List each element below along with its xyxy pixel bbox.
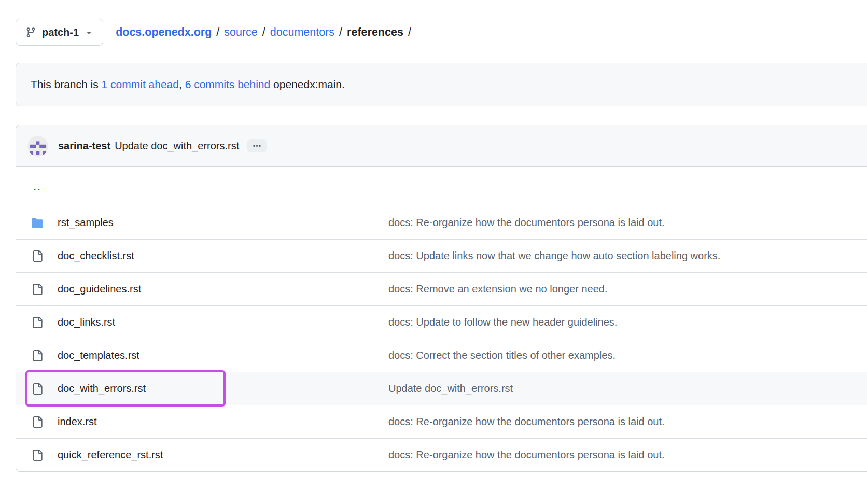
row-commit-message-link[interactable]: docs: Re-organize how the documentors pe… xyxy=(388,416,665,427)
file-icon xyxy=(32,350,43,361)
commits-behind-link[interactable]: 6 commits behind xyxy=(185,78,271,90)
latest-commit-header: sarina-test Update doc_with_errors.rst xyxy=(16,125,867,167)
file-browser-panel: sarina-test Update doc_with_errors.rst .… xyxy=(16,125,867,472)
file-row[interactable]: doc_guidelines.rst docs: Remove an exten… xyxy=(16,272,867,305)
breadcrumb-separator: / xyxy=(339,26,342,39)
file-icon xyxy=(32,416,43,428)
breadcrumb-link-source[interactable]: source xyxy=(224,26,258,39)
row-commit-message-link[interactable]: docs: Correct the section titles of othe… xyxy=(388,349,616,361)
branch-name-label: patch-1 xyxy=(42,26,79,38)
repo-header-bar: patch-1 docs.openedx.org / source / docu… xyxy=(16,19,867,46)
commit-more-options-button[interactable] xyxy=(247,139,267,152)
breadcrumb-separator: / xyxy=(262,26,265,39)
chevron-down-icon xyxy=(85,28,93,37)
breadcrumb-separator: / xyxy=(408,26,411,39)
file-name-link[interactable]: doc_with_errors.rst xyxy=(58,383,146,394)
file-name-link[interactable]: rst_samples xyxy=(58,217,114,228)
row-commit-message-link[interactable]: docs: Re-organize how the documentors pe… xyxy=(388,217,665,228)
breadcrumb-link-documentors[interactable]: documentors xyxy=(270,26,334,39)
row-commit-message-link[interactable]: docs: Update links now that we change ho… xyxy=(388,250,720,261)
file-row[interactable]: rst_samples docs: Re-organize how the do… xyxy=(16,206,867,239)
file-row[interactable]: quick_reference_rst.rst docs: Re-organiz… xyxy=(16,438,867,471)
file-name-link[interactable]: index.rst xyxy=(58,416,97,427)
banner-text: This branch is xyxy=(31,78,102,90)
branch-status-banner: This branch is 1 commit ahead, 6 commits… xyxy=(16,63,867,106)
file-row[interactable]: doc_templates.rst docs: Correct the sect… xyxy=(16,339,867,372)
row-commit-message-link[interactable]: docs: Remove an extension we no longer n… xyxy=(388,283,608,295)
row-commit-message-link[interactable]: docs: Update to follow the new header gu… xyxy=(388,316,617,328)
row-commit-message-link[interactable]: docs: Re-organize how the documentors pe… xyxy=(388,449,665,460)
kebab-horizontal-icon xyxy=(253,142,261,150)
banner-text: openedx:main. xyxy=(270,78,345,90)
file-icon xyxy=(32,450,43,461)
file-name-link[interactable]: quick_reference_rst.rst xyxy=(58,449,163,460)
file-row[interactable]: doc_links.rst docs: Update to follow the… xyxy=(16,305,867,339)
latest-commit-message-link[interactable]: Update doc_with_errors.rst xyxy=(115,140,239,152)
github-repo-file-browser: patch-1 docs.openedx.org / source / docu… xyxy=(0,19,867,504)
breadcrumb-repo-link[interactable]: docs.openedx.org xyxy=(116,26,212,39)
avatar[interactable] xyxy=(27,136,48,157)
file-icon xyxy=(32,317,43,328)
breadcrumb-separator: / xyxy=(216,26,219,39)
branch-selector-button[interactable]: patch-1 xyxy=(16,19,103,46)
breadcrumb: docs.openedx.org / source / documentors … xyxy=(116,26,411,39)
file-name-link[interactable]: doc_templates.rst xyxy=(58,349,139,361)
file-icon xyxy=(32,383,43,395)
git-branch-icon xyxy=(25,27,36,38)
folder-icon xyxy=(32,217,43,229)
commit-author-link[interactable]: sarina-test xyxy=(58,140,110,152)
parent-directory-row[interactable]: .. xyxy=(16,167,867,206)
file-row[interactable]: index.rst docs: Re-organize how the docu… xyxy=(16,405,867,438)
banner-text: , xyxy=(179,78,185,90)
breadcrumb-current-folder: references xyxy=(347,26,403,39)
commits-ahead-link[interactable]: 1 commit ahead xyxy=(102,78,179,90)
file-name-link[interactable]: doc_checklist.rst xyxy=(58,250,134,261)
file-list: rst_samples docs: Re-organize how the do… xyxy=(16,206,867,471)
file-icon xyxy=(32,250,43,262)
parent-directory-link[interactable]: .. xyxy=(16,180,41,193)
file-name-link[interactable]: doc_links.rst xyxy=(58,316,115,328)
file-row[interactable]: doc_with_errors.rst Update doc_with_erro… xyxy=(16,372,867,405)
file-name-link[interactable]: doc_guidelines.rst xyxy=(58,283,141,295)
file-row[interactable]: doc_checklist.rst docs: Update links now… xyxy=(16,239,867,272)
row-commit-message-link[interactable]: Update doc_with_errors.rst xyxy=(388,383,513,394)
file-icon xyxy=(32,284,43,295)
